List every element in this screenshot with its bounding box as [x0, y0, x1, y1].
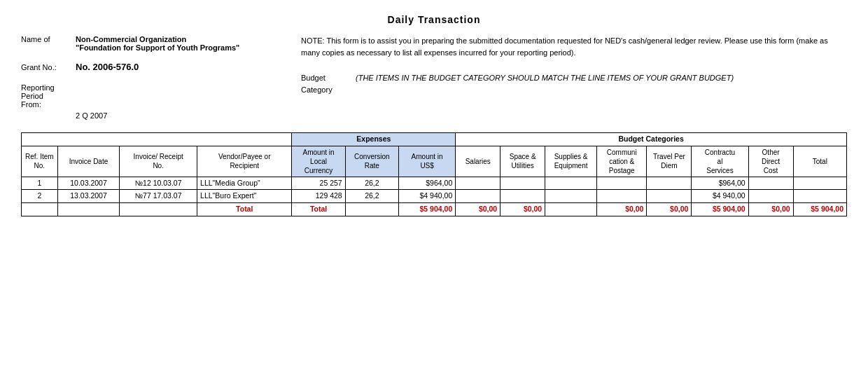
cell-total — [793, 190, 846, 203]
column-header-row: Ref. ItemNo. Invoice Date Invoice/ Recei… — [22, 146, 847, 177]
org-name: Non-Commercial Organization "Foundation … — [76, 35, 239, 52]
cell-amount-usd: $964,00 — [399, 177, 456, 190]
cell-other — [748, 177, 793, 190]
note-text: NOTE: This form is to assist you in prep… — [301, 35, 847, 58]
total-empty1 — [22, 202, 58, 216]
main-table: Expenses Budget Categories Ref. ItemNo. … — [21, 132, 847, 216]
budget-label: BudgetCategory — [301, 72, 350, 95]
cell-invoice-no: №12 10.03.07 — [120, 177, 197, 190]
cell-space — [500, 190, 545, 203]
col-invoice-no: Invoice/ ReceiptNo. — [120, 146, 197, 177]
cell-salaries — [456, 190, 500, 203]
cell-contractual: $4 940,00 — [692, 190, 748, 203]
col-space: Space &Utilities — [500, 146, 545, 177]
cell-amount-local: 25 257 — [292, 177, 345, 190]
col-total: Total — [793, 146, 846, 177]
col-amount-usd: Amount inUS$ — [399, 146, 456, 177]
col-contractual: ContractualServices — [692, 146, 748, 177]
total-communi: $0,00 — [597, 202, 647, 216]
header-section: Name of Non-Commercial Organization "Fou… — [21, 35, 847, 123]
cell-communi — [597, 177, 647, 190]
col-other: OtherDirectCost — [748, 146, 793, 177]
cell-salaries — [456, 177, 500, 190]
budget-group-header: Budget Categories — [456, 133, 847, 146]
empty-group — [22, 133, 292, 146]
header-right: NOTE: This form is to assist you in prep… — [301, 35, 847, 123]
name-row: Name of Non-Commercial Organization "Fou… — [21, 35, 287, 52]
expenses-group-header: Expenses — [292, 133, 456, 146]
page-title: Daily Transaction — [21, 14, 847, 25]
col-supplies: Supplies &Equipment — [545, 146, 597, 177]
total-salaries: $0,00 — [456, 202, 500, 216]
total-contractual: $5 904,00 — [692, 202, 748, 216]
cell-amount-local: 129 428 — [292, 190, 345, 203]
cell-travel — [647, 177, 692, 190]
budget-value: (THE ITEMS IN THE BUDGET CATEGORY SHOULD… — [356, 72, 734, 95]
total-amount-usd: $5 904,00 — [399, 202, 456, 216]
cell-amount-usd: $4 940,00 — [399, 190, 456, 203]
col-salaries: Salaries — [456, 146, 500, 177]
col-communi: Communication &Postage — [597, 146, 647, 177]
cell-total — [793, 177, 846, 190]
table-row: 2 13.03.2007 №77 17.03.07 LLL"Buro Exper… — [22, 190, 847, 203]
org-line2: "Foundation for Support of Youth Program… — [76, 43, 239, 52]
reporting-value-row: 2 Q 2007 — [21, 111, 287, 120]
cell-ref: 2 — [22, 190, 58, 203]
total-empty3 — [120, 202, 197, 216]
col-travel: Travel PerDiem — [647, 146, 692, 177]
total-space: $0,00 — [500, 202, 545, 216]
group-header-row: Expenses Budget Categories — [22, 133, 847, 146]
col-amount-local: Amount inLocalCurrency — [292, 146, 345, 177]
col-vendor: Vendor/Payee orRecipient — [197, 146, 292, 177]
reporting-value: 2 Q 2007 — [76, 111, 107, 120]
reporting-block: ReportingPeriodFrom: — [21, 83, 287, 109]
col-rate: ConversionRate — [345, 146, 398, 177]
cell-supplies — [545, 190, 597, 203]
total-label-local: Total — [197, 202, 292, 216]
grant-value: No. 2006-576.0 — [76, 62, 139, 72]
grant-label: Grant No.: — [21, 63, 70, 71]
cell-invoice-date: 13.03.2007 — [57, 190, 120, 203]
total-travel: $0,00 — [647, 202, 692, 216]
cell-invoice-date: 10.03.2007 — [57, 177, 120, 190]
budget-category-row: BudgetCategory (THE ITEMS IN THE BUDGET … — [301, 72, 847, 95]
cell-travel — [647, 190, 692, 203]
cell-rate: 26,2 — [345, 190, 398, 203]
total-empty2 — [57, 202, 120, 216]
total-supplies — [545, 202, 597, 216]
cell-rate: 26,2 — [345, 177, 398, 190]
total-rate-empty — [345, 202, 398, 216]
cell-communi — [597, 190, 647, 203]
table-row: 1 10.03.2007 №12 10.03.07 LLL"Media Grou… — [22, 177, 847, 190]
cell-space — [500, 177, 545, 190]
total-row: Total Total $5 904,00 $0,00 $0,00 $0,00 … — [22, 202, 847, 216]
col-invoice-date: Invoice Date — [57, 146, 120, 177]
cell-vendor: LLL"Media Group" — [197, 177, 292, 190]
total-total: $5 904,00 — [793, 202, 846, 216]
total-other: $0,00 — [748, 202, 793, 216]
cell-vendor: LLL"Buro Expert" — [197, 190, 292, 203]
name-label: Name of — [21, 35, 70, 43]
total-label-usd: Total — [292, 202, 345, 216]
cell-ref: 1 — [22, 177, 58, 190]
grant-row: Grant No.: No. 2006-576.0 — [21, 62, 287, 72]
header-left: Name of Non-Commercial Organization "Fou… — [21, 35, 287, 123]
reporting-label: ReportingPeriodFrom: — [21, 83, 287, 109]
org-line1: Non-Commercial Organization — [76, 35, 239, 43]
cell-other — [748, 190, 793, 203]
cell-invoice-no: №77 17.03.07 — [120, 190, 197, 203]
col-ref: Ref. ItemNo. — [22, 146, 58, 177]
cell-contractual: $964,00 — [692, 177, 748, 190]
cell-supplies — [545, 177, 597, 190]
